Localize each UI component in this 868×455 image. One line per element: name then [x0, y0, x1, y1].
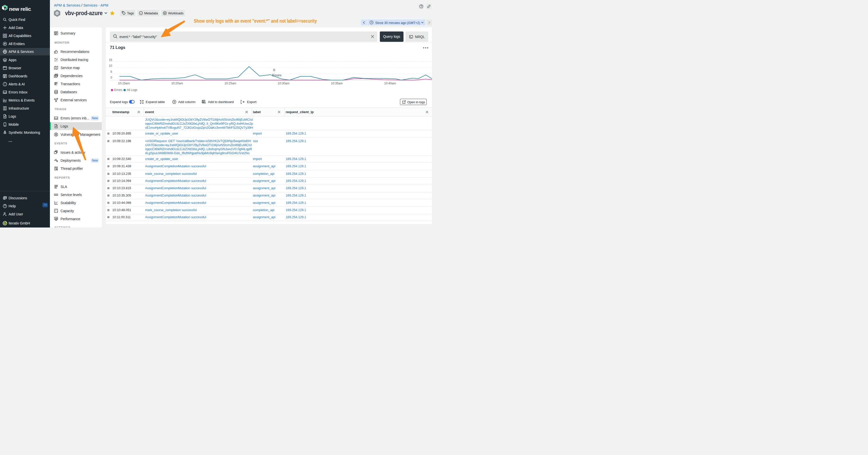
svg-text:10: 10	[109, 64, 113, 67]
svg-text:0: 0	[273, 68, 275, 72]
svg-text:10:35am: 10:35am	[331, 82, 343, 85]
svg-text:10:15am: 10:15am	[118, 82, 130, 85]
svg-text:10:40am: 10:40am	[384, 82, 396, 85]
svg-text:5: 5	[111, 70, 112, 73]
svg-text:10:30am: 10:30am	[278, 82, 289, 85]
svg-text:Errors: Errors	[272, 73, 281, 77]
svg-text:10:25am: 10:25am	[224, 82, 237, 85]
svg-text:15: 15	[109, 58, 113, 62]
svg-text:0: 0	[111, 76, 112, 79]
svg-text:10:20am: 10:20am	[171, 82, 183, 85]
